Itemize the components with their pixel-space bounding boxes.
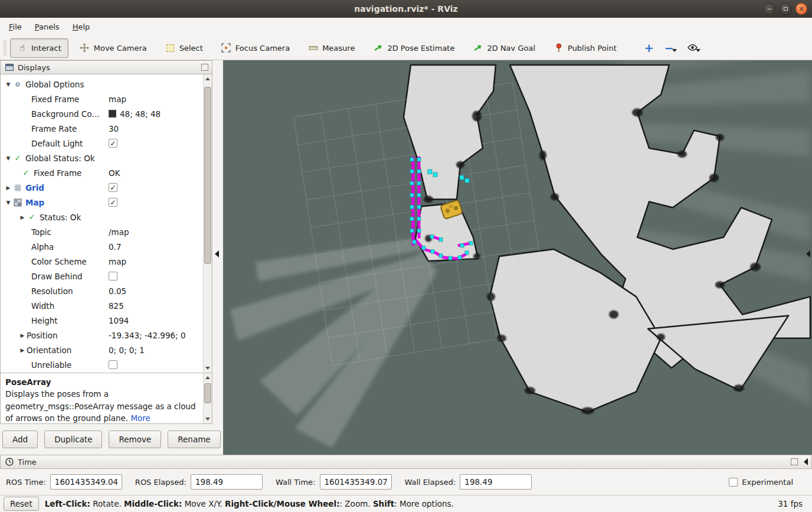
tool-interact[interactable]: ☝ Interact [10,38,68,58]
reset-button[interactable]: Reset [4,497,39,511]
tree-row-color-scheme[interactable]: Color Scheme map [1,254,203,269]
wall-time-input[interactable] [320,474,392,490]
property-value[interactable]: 30 [109,124,119,133]
menu-panels[interactable]: Panels [28,19,66,34]
tree-row-background-color[interactable]: Background Co… 48; 48; 48 [1,106,203,121]
maximize-button[interactable] [780,3,791,15]
time-panel-header[interactable]: Time [0,455,812,469]
plus-icon: + [644,43,654,54]
checkbox[interactable]: ✓ [109,139,117,148]
tree-row-resolution[interactable]: Resolution 0.05 [1,283,203,298]
expander-icon[interactable]: ▼ [4,81,12,87]
ros-elapsed-label: ROS Elapsed: [135,478,186,487]
remove-tool-button[interactable]: − [664,43,677,54]
menu-help[interactable]: Help [66,19,97,34]
statusbar: Reset Left-Click: Rotate. Middle-Click: … [0,495,812,512]
tree-row-alpha[interactable]: Alpha 0.7 [1,239,203,254]
property-value[interactable]: map [109,257,126,266]
description-scrollbar[interactable] [203,373,212,423]
menu-file[interactable]: File [2,19,28,34]
tree-row-global-status[interactable]: ▼ ✓ Global Status: Ok [1,151,203,165]
checkbox[interactable]: ✓ [109,198,117,207]
property-value[interactable]: /map [109,227,129,237]
scroll-up-button[interactable] [204,373,212,382]
property-value[interactable]: 0.7 [109,242,121,252]
tool-visibility-button[interactable] [687,43,700,53]
panel-splitter[interactable] [212,60,223,455]
3d-viewport[interactable] [223,60,812,455]
minimize-button[interactable]: − [764,3,775,15]
tool-select[interactable]: Select [158,38,210,58]
close-button[interactable]: ✕ [795,3,807,15]
toolbar-drag-handle[interactable] [4,40,6,56]
tool-focus-camera[interactable]: Focus Camera [214,38,297,58]
add-tool-button[interactable]: + [644,43,654,54]
tree-row-grid[interactable]: ▶ Grid ✓ [1,180,203,195]
tool-measure[interactable]: Measure [301,38,362,58]
ros-elapsed-input[interactable] [191,474,263,490]
description-title: PoseArray [5,376,198,388]
fps-counter: 31 fps [778,499,803,508]
checkbox[interactable] [109,272,117,281]
collapse-arrow-icon[interactable] [804,458,808,465]
expander-icon[interactable]: ▼ [4,200,12,206]
tree-row-fixed-frame[interactable]: Fixed Frame map [1,92,203,106]
tree-row-map-status[interactable]: ▶ ✓ Status: Ok [1,210,203,224]
main-area: Displays ▼ Global Options Fixed Frame ma… [0,60,812,455]
duplicate-button[interactable]: Duplicate [44,431,102,448]
map-render [223,60,812,455]
wall-elapsed-input[interactable] [460,474,532,490]
minus-icon: − [664,43,674,54]
tree-row-default-light[interactable]: Default Light ✓ [1,136,203,151]
check-icon: ✓ [21,168,31,178]
ros-time-label: ROS Time: [6,478,46,487]
green-arrow-icon [473,43,483,53]
hand-icon: ☝ [17,43,27,53]
panel-float-button[interactable] [791,458,798,465]
displays-panel-header[interactable]: Displays [0,60,212,74]
expander-icon[interactable]: ▶ [18,347,27,353]
tool-move-camera[interactable]: Move Camera [73,38,154,58]
tree-row-orientation[interactable]: ▶ Orientation 0; 0; 0; 1 [1,343,203,357]
displays-tree: ▼ Global Options Fixed Frame map Backgro… [0,74,212,373]
add-button[interactable]: Add [2,431,38,448]
tree-row-map[interactable]: ▼ Map ✓ [1,195,203,210]
scroll-up-button[interactable] [204,74,212,83]
display-description: PoseArray Displays the poses from a geom… [0,373,212,424]
scrollbar-thumb[interactable] [204,87,211,264]
tree-row-height[interactable]: Height 1094 [1,313,203,328]
checkbox[interactable] [109,360,117,369]
tree-row-fixed-frame-status[interactable]: ✓ Fixed Frame OK [1,165,203,180]
checkbox[interactable]: ✓ [109,183,117,192]
remove-button[interactable]: Remove [109,431,161,448]
collapse-left-arrow-icon[interactable] [215,250,219,257]
tree-row-frame-rate[interactable]: Frame Rate 30 [1,121,203,136]
expander-icon[interactable]: ▼ [4,155,12,161]
tree-row-position[interactable]: ▶ Position -19.343; -42.996; 0 [1,328,203,343]
tree-row-global-options[interactable]: ▼ Global Options [1,77,203,92]
panel-float-button[interactable] [201,64,208,71]
window-titlebar[interactable]: navigation.rviz* - RViz − ✕ [0,0,812,18]
ros-time-input[interactable] [50,474,122,490]
point-pin-icon [554,43,564,53]
scrollbar-thumb[interactable] [204,383,211,403]
tree-row-width[interactable]: Width 825 [1,298,203,313]
scroll-down-button[interactable] [204,364,212,373]
tool-publish-point[interactable]: Publish Point [546,38,624,58]
tree-scrollbar[interactable] [203,74,212,373]
collapse-right-arrow-icon[interactable] [806,250,810,257]
tree-row-draw-behind[interactable]: Draw Behind [1,269,203,283]
tree-row-topic[interactable]: Topic /map [1,224,203,239]
toolbar-extra-icons: + − [644,43,700,54]
expander-icon[interactable]: ▶ [18,214,27,220]
tree-row-unreliable[interactable]: Unreliable [1,357,203,372]
expander-icon[interactable]: ▶ [18,332,27,338]
expander-icon[interactable]: ▶ [4,185,12,191]
description-text: Displays the poses from a geometry_msgs:… [5,389,196,423]
tool-2d-pose-estimate[interactable]: 2D Pose Estimate [366,38,461,58]
tool-2d-nav-goal[interactable]: 2D Nav Goal [466,38,542,58]
property-value[interactable]: map [109,94,126,104]
scroll-down-button[interactable] [204,415,212,423]
experimental-label: Experimental [742,478,793,487]
experimental-checkbox[interactable] [729,478,738,487]
